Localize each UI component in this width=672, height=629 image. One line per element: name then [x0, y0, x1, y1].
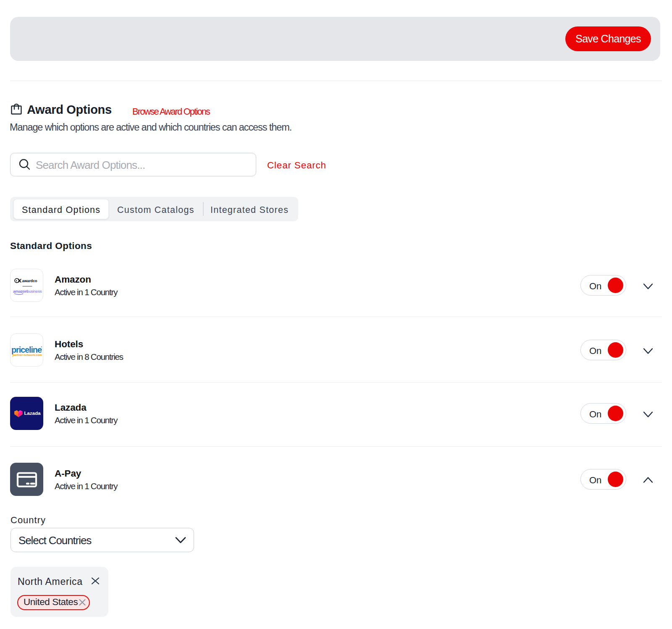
svg-text:business: business — [27, 289, 42, 294]
svg-text:awardco: awardco — [22, 279, 37, 283]
svg-text:Lazada: Lazada — [24, 411, 41, 416]
svg-text:partner network.com: partner network.com — [13, 353, 42, 357]
svg-text:amazon: amazon — [13, 289, 27, 294]
